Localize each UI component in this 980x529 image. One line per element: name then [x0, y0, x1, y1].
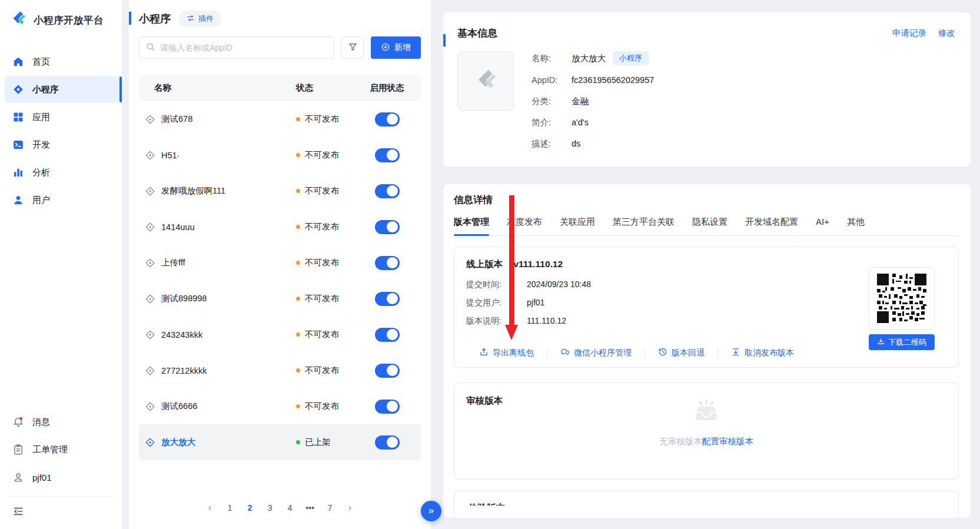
status-dot [296, 332, 300, 337]
logo: 小程序开放平台 [0, 0, 122, 32]
pagination-next[interactable]: › [343, 500, 358, 516]
action-微信小程序管理[interactable]: 微信小程序管理 [547, 347, 645, 358]
table-row[interactable]: H51·不可发布 [139, 137, 421, 173]
enable-toggle[interactable] [375, 364, 400, 378]
tab-AI+[interactable]: AI+ [816, 217, 829, 235]
sidebar-item-account[interactable]: pjf01 [5, 464, 121, 491]
sidebar-item-tickets[interactable]: 工单管理 [5, 436, 121, 463]
plugin-switch-label: 插件 [198, 14, 214, 24]
action-取消发布版本[interactable]: 取消发布版本 [718, 347, 807, 358]
filter-icon [348, 42, 358, 54]
enable-toggle[interactable] [375, 328, 400, 342]
bell-icon [12, 416, 24, 428]
table-row[interactable]: 测试678不可发布 [139, 101, 421, 137]
field-value: a'd's [572, 118, 589, 127]
enable-toggle[interactable] [375, 400, 400, 414]
sidebar-item-users[interactable]: 用户 [5, 187, 121, 214]
status-cell: 不可发布 [277, 401, 353, 412]
status-dot [296, 297, 300, 301]
search-input[interactable] [160, 43, 328, 52]
pagination-page[interactable]: 1 [222, 500, 238, 516]
status-label: 不可发布 [305, 401, 339, 412]
plugin-switch[interactable]: 插件 [179, 11, 221, 27]
download-qr-button[interactable]: 下载二维码 [869, 334, 935, 350]
table-row[interactable]: 1414uuu不可发布 [139, 209, 421, 245]
tab-其他[interactable]: 其他 [847, 217, 865, 235]
pagination-page[interactable]: 2 [242, 500, 258, 516]
tab-第三方平台关联[interactable]: 第三方平台关联 [613, 217, 675, 235]
enable-cell [353, 292, 421, 306]
action-label: 微信小程序管理 [574, 348, 632, 358]
experience-version-title: 体验版本 [469, 502, 958, 505]
action-label: 版本回退 [672, 348, 705, 358]
field-value: 2024/09/23 10:48 [527, 280, 591, 290]
miniprogram-name-cell: 测试6666 [139, 401, 277, 412]
field-value: 111.110.12 [527, 316, 566, 327]
table-row[interactable]: 放大放大已上架 [139, 424, 421, 460]
search-icon [145, 42, 155, 54]
tab-灰度发布[interactable]: 灰度发布 [507, 217, 542, 235]
configure-review-version-link[interactable]: 配置审核版本 [702, 437, 753, 446]
enable-toggle[interactable] [375, 220, 400, 234]
sidebar: 小程序开放平台 首页小程序应用开发分析用户 消息工单管理pjf01 [0, 0, 122, 529]
online-version-title: 线上版本 [466, 259, 503, 269]
sidebar-item-apps-label: 应用 [32, 112, 50, 123]
table-row[interactable]: 277212kkkk不可发布 [139, 352, 421, 388]
tab-版本管理[interactable]: 版本管理 [454, 217, 489, 235]
miniprogram-list-panel: 小程序 插件 [129, 0, 431, 529]
sidebar-item-dev[interactable]: 开发 [5, 131, 121, 158]
status-label: 不可发布 [305, 329, 339, 340]
sidebar-item-messages-label: 消息 [32, 417, 50, 428]
sidebar-divider [8, 497, 114, 497]
sidebar-item-miniprogram[interactable]: 小程序 [5, 76, 121, 103]
table-row[interactable]: 243243kkk不可发布 [139, 317, 421, 352]
account-icon [12, 471, 24, 483]
basic-info-links: 申请记录修改 [892, 28, 955, 39]
application-record-link[interactable]: 申请记录 [892, 28, 926, 39]
enable-toggle[interactable] [375, 148, 400, 162]
pagination-page[interactable]: 7 [323, 500, 338, 516]
add-button[interactable]: 新增 [371, 36, 421, 59]
table-row[interactable]: 测试6666不可发布 [139, 388, 421, 424]
column-header: 名称 [139, 82, 277, 94]
tab-关联应用[interactable]: 关联应用 [560, 217, 595, 235]
sidebar-item-home-label: 首页 [32, 56, 50, 68]
filter-button[interactable] [341, 36, 364, 59]
expand-panel-button[interactable]: » [421, 501, 441, 521]
collapse-sidebar-button[interactable] [0, 500, 122, 524]
action-版本回退[interactable]: 版本回退 [645, 347, 717, 358]
sidebar-item-dev-label: 开发 [32, 139, 50, 151]
unpublish-icon [731, 347, 740, 358]
search-input-wrap [139, 36, 334, 59]
miniprogram-table: 名称状态启用状态 测试678不可发布H51·不可发布发酵哦放假啊111不可发布1… [139, 74, 421, 460]
miniprogram-name: 放大放大 [161, 437, 195, 448]
field-label: AppID: [531, 75, 572, 85]
pagination-prev[interactable]: ‹ [202, 500, 218, 516]
miniprogram-type-badge: 小程序 [613, 51, 649, 65]
table-header: 名称状态启用状态 [139, 74, 421, 101]
enable-cell [353, 435, 421, 450]
pagination-page[interactable]: 4 [283, 500, 298, 516]
diamond-icon [145, 294, 155, 304]
tab-隐私设置[interactable]: 隐私设置 [692, 217, 727, 235]
table-row[interactable]: 发酵哦放假啊111不可发布 [139, 173, 421, 209]
enable-toggle[interactable] [375, 256, 400, 270]
table-row[interactable]: 测试898998不可发布 [139, 281, 421, 317]
diamond-icon [145, 365, 155, 376]
miniprogram-name-cell: 发酵哦放假啊111 [139, 185, 277, 197]
sidebar-item-analytics[interactable]: 分析 [5, 159, 121, 186]
sidebar-item-home[interactable]: 首页 [5, 48, 121, 75]
enable-toggle[interactable] [375, 184, 400, 198]
action-导出离线包[interactable]: 导出离线包 [469, 347, 547, 358]
edit-link[interactable]: 修改 [938, 28, 955, 39]
pagination-ellipsis[interactable]: ••• [303, 500, 318, 516]
table-row[interactable]: 上传fff不可发布 [139, 245, 421, 281]
enable-toggle[interactable] [375, 292, 400, 306]
enable-toggle[interactable] [375, 112, 400, 127]
sidebar-item-messages[interactable]: 消息 [5, 408, 121, 435]
pagination: ‹1234•••7› [129, 500, 431, 516]
tab-开发域名配置[interactable]: 开发域名配置 [745, 217, 798, 235]
enable-toggle[interactable] [375, 435, 400, 450]
sidebar-item-apps[interactable]: 应用 [5, 104, 121, 131]
pagination-page[interactable]: 3 [263, 500, 278, 516]
